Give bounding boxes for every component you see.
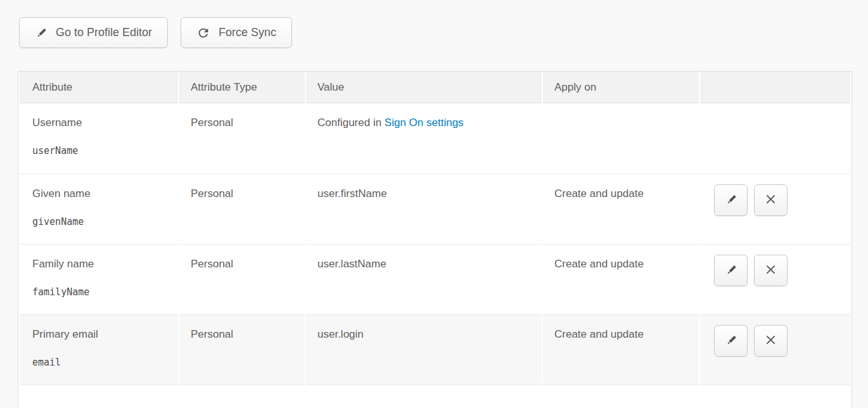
attribute-cell: Given name givenName (20, 174, 178, 244)
delete-attribute-button[interactable] (754, 184, 788, 216)
force-sync-button[interactable]: Force Sync (181, 17, 292, 48)
actions-cell (700, 103, 850, 174)
apply-on-value: Create and update (554, 328, 644, 340)
apply-on-cell: Create and update (543, 174, 699, 244)
attribute-variable-name: userName (32, 145, 178, 156)
attribute-variable-name: email (32, 357, 178, 368)
attribute-type-cell: Personal (179, 314, 305, 385)
edit-attribute-button[interactable] (714, 325, 748, 357)
table-body: Username userName Personal Configured in… (20, 103, 850, 385)
column-header-apply-on: Apply on (543, 72, 699, 103)
attribute-cell: Family name familyName (20, 244, 178, 314)
row-actions (714, 184, 850, 216)
attribute-label: Given name (32, 188, 178, 200)
attribute-variable-name: familyName (32, 286, 178, 298)
attribute-table-container: Attribute Attribute Type Value Apply on … (18, 71, 852, 408)
actions-cell (700, 314, 850, 385)
attribute-type-value: Personal (191, 117, 233, 129)
attribute-label: Family name (32, 258, 178, 271)
delete-attribute-button[interactable] (754, 325, 788, 357)
edit-attribute-button[interactable] (714, 255, 748, 286)
actions-cell (700, 244, 850, 314)
value-expression: user.login (317, 328, 364, 340)
table-row: Family name familyName Personal user.las… (20, 244, 850, 314)
value-expression: user.lastName (317, 258, 386, 270)
column-header-value: Value (306, 72, 542, 103)
attribute-type-value: Personal (191, 188, 233, 200)
apply-on-cell: Create and update (543, 314, 699, 385)
row-actions (714, 325, 850, 357)
value-text: Configured in (317, 117, 385, 129)
attribute-cell: Primary email email (20, 314, 178, 385)
empty-cell (543, 385, 699, 408)
pencil-icon (35, 27, 48, 39)
attribute-mappings-table: Attribute Attribute Type Value Apply on … (18, 72, 852, 408)
empty-cell (700, 385, 850, 408)
attribute-type-cell: Personal (179, 103, 305, 174)
actions-cell (700, 174, 850, 244)
apply-on-cell: Create and update (543, 244, 699, 314)
empty-cell (20, 385, 178, 408)
value-cell: user.login (306, 314, 542, 385)
value-cell: user.lastName (306, 244, 542, 314)
attribute-type-cell: Personal (179, 244, 305, 314)
toolbar: Go to Profile Editor Force Sync (19, 17, 868, 48)
attribute-type-value: Personal (191, 328, 233, 340)
close-icon (764, 193, 777, 208)
apply-on-cell (543, 103, 699, 174)
refresh-icon (196, 26, 210, 40)
pencil-icon (725, 264, 737, 278)
force-sync-label: Force Sync (219, 26, 276, 39)
attribute-label: Primary email (32, 328, 178, 341)
table-header-row: Attribute Attribute Type Value Apply on (20, 72, 850, 103)
attribute-type-cell: Personal (179, 174, 305, 244)
empty-cell (179, 385, 305, 408)
table-row: Primary email email Personal user.login … (20, 314, 850, 385)
apply-on-value: Create and update (554, 258, 644, 270)
column-header-attribute-type: Attribute Type (179, 72, 305, 103)
table-row: Username userName Personal Configured in… (20, 103, 850, 174)
row-actions (714, 255, 850, 286)
column-header-actions (700, 72, 850, 103)
edit-attribute-button[interactable] (714, 184, 748, 216)
close-icon (764, 333, 777, 348)
empty-cell (306, 385, 542, 408)
go-to-profile-editor-label: Go to Profile Editor (56, 26, 152, 39)
attribute-type-value: Personal (191, 258, 233, 270)
column-header-attribute: Attribute (20, 72, 178, 103)
value-expression: user.firstName (317, 188, 387, 200)
attribute-variable-name: givenName (32, 216, 178, 227)
delete-attribute-button[interactable] (754, 255, 788, 286)
value-cell: Configured in Sign On settings (306, 103, 542, 174)
empty-row (20, 385, 850, 408)
apply-on-value: Create and update (554, 188, 644, 200)
close-icon (764, 263, 777, 278)
attribute-mappings-screen: Go to Profile Editor Force Sync Attribut… (0, 0, 868, 408)
pencil-icon (725, 334, 737, 348)
attribute-label: Username (32, 117, 178, 129)
attribute-cell: Username userName (20, 103, 178, 174)
value-cell: user.firstName (306, 174, 542, 244)
pencil-icon (725, 193, 737, 208)
sign-on-settings-link[interactable]: Sign On settings (385, 117, 464, 129)
table-row: Given name givenName Personal user.first… (20, 174, 850, 244)
go-to-profile-editor-button[interactable]: Go to Profile Editor (19, 17, 168, 48)
